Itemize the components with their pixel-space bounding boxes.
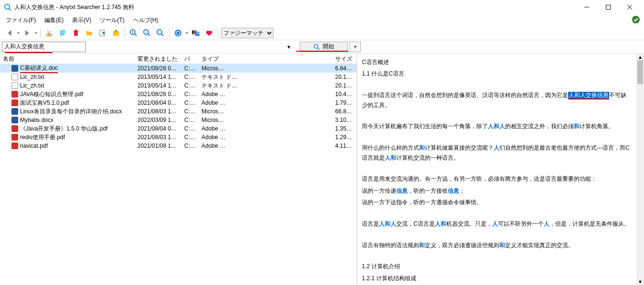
search-dropdown-icon[interactable]: ▾ (287, 44, 290, 50)
doc-file-icon (11, 65, 18, 72)
table-row[interactable]: 面试宝典V5.1.0.pdf2021/08/04 09:5…C:¥…Adobe … (0, 99, 357, 107)
table-row[interactable]: navicat.pdf2021/01/08 18:0…C:¥…Adobe …4.… (0, 142, 357, 150)
separator (218, 28, 218, 38)
menu-edit[interactable]: 編集(E) (41, 15, 67, 25)
svg-rect-3 (606, 5, 610, 10)
scrollbar-thumb[interactable] (637, 60, 643, 84)
cell-modified: 2021/08/04 09:3… (135, 125, 181, 132)
svg-rect-14 (62, 30, 65, 34)
table-row[interactable]: C基础讲义.doc2021/08/28 00:4…C:¥…Micros…6.84… (0, 64, 357, 73)
cell-type: Micros… (199, 108, 332, 115)
cell-name: Lic_zh.txt (0, 82, 135, 89)
svg-rect-16 (74, 31, 78, 32)
column-header-size[interactable]: サイズ (332, 54, 357, 64)
open-folder-button[interactable] (84, 27, 95, 39)
column-header-type[interactable]: タイプ (199, 54, 332, 64)
match-mode-select[interactable]: ファジーマッチ (221, 28, 274, 38)
cell-name: JAVA核心知识点整理.pdf (0, 90, 135, 99)
cell-modified: 2021/08/03 18:0… (135, 108, 181, 115)
menu-tools[interactable]: ツール(T) (96, 15, 128, 25)
scroll-up-icon[interactable]: ▴ (636, 54, 644, 60)
add-tab-button[interactable]: + (349, 42, 361, 52)
cell-size: 10.42 MB (332, 91, 357, 98)
column-header-name[interactable]: 名前 (0, 54, 135, 64)
svg-line-30 (161, 34, 163, 36)
cell-modified: 2013/05/14 10:1… (135, 74, 181, 80)
svg-point-0 (5, 4, 10, 9)
status-check-icon (632, 15, 640, 25)
file-name-label: Mybatis.docx (20, 117, 53, 123)
cell-modified: 2021/08/03 18:0… (135, 134, 181, 141)
pdf-file-icon (11, 142, 18, 149)
zoom-in-button[interactable] (128, 27, 139, 39)
preview-scrollbar[interactable]: ▴ ▾ (636, 54, 644, 285)
maximize-button[interactable] (597, 0, 619, 14)
cell-size: 1.29 MB (332, 134, 357, 141)
scroll-down-icon[interactable]: ▾ (636, 278, 644, 285)
cell-name: 面试宝典V5.1.0.pdf (0, 99, 135, 107)
highlight-match: 人和人交换信息 (568, 92, 609, 99)
title-bar: 人和人交换信息 - Anytxt Searcher 1.2.745 無料 (0, 0, 644, 14)
column-header-path[interactable]: パス (181, 54, 199, 64)
table-row[interactable]: 《Java开发手册》1.5.0 华山版.pdf2021/08/04 09:3…C… (0, 124, 357, 133)
separator (169, 28, 169, 38)
preview-paragraph: 一提到语言这个词语，自然会想到的是像英语、汉语等这样的自然语言，因为它是人和人交… (362, 90, 632, 110)
translate-button[interactable]: 文A (190, 27, 201, 39)
svg-line-1 (9, 9, 11, 11)
preview-pane: C语言概述 1.1 什么是C语言 一提到语言这个词语，自然会想到的是像英语、汉语… (357, 54, 644, 285)
cell-type: テキスト ド… (199, 82, 332, 90)
zoom-reset-button[interactable] (155, 27, 166, 39)
window-title: 人和人交换信息 - Anytxt Searcher 1.2.745 無料 (14, 3, 576, 11)
preview-paragraph: 语言是人和人交流，C语言是人和机器交流。只是，人可以不听另外一个人，但是，计算机… (362, 219, 632, 229)
cell-size: 1.35 MB (332, 125, 357, 132)
cell-modified: 2021/08/28 00:4… (135, 91, 181, 98)
nav-back-dropdown[interactable]: ▾ (17, 30, 20, 35)
table-row[interactable]: JAVA核心知识点整理.pdf2021/08/28 00:4…C:¥…Adobe… (0, 90, 357, 99)
svg-line-27 (148, 34, 150, 36)
settings-button[interactable] (110, 27, 122, 39)
svg-marker-7 (8, 30, 11, 36)
zoom-out-button[interactable] (141, 27, 153, 39)
refresh-dropdown[interactable]: ▾ (186, 30, 188, 35)
search-input[interactable] (2, 42, 86, 52)
preview-paragraph: 而今天计算机遍布了我们生活的每一个角落，除了人和人的相互交流之外，我们必须和计算… (362, 121, 632, 131)
preview-heading: 1.2.1 计算机结构组成 (362, 274, 632, 283)
cut-button[interactable] (43, 27, 55, 39)
preview-paragraph: 说的一方下达指令，听的一方遵循命令做事情。 (362, 197, 632, 207)
cell-modified: 2021/08/04 09:5… (135, 99, 181, 106)
table-row[interactable]: Linux各目录及每个目录的详细介绍.docx2021/08/03 18:0…C… (0, 107, 357, 116)
preview-heading: 1.2 计算机介绍 (362, 262, 632, 271)
delete-button[interactable] (70, 27, 82, 39)
nav-forward-button[interactable] (21, 27, 33, 39)
svg-point-10 (50, 33, 52, 36)
svg-text:A: A (196, 30, 200, 36)
favorite-button[interactable] (203, 27, 215, 39)
cell-size: 20.17 KB (332, 82, 357, 89)
close-button[interactable] (619, 0, 640, 14)
cell-name: redis使用手册.pdf (0, 133, 135, 142)
plus-icon: + (353, 44, 357, 50)
menu-view[interactable]: 表示(V) (68, 15, 95, 25)
table-row[interactable]: Lic_zh.txt2013/05/14 10:1…C:¥…テキスト ド…20.… (0, 73, 357, 81)
table-row[interactable]: redis使用手册.pdf2021/08/03 18:0…C:¥…Adobe …… (0, 133, 357, 142)
svg-point-29 (157, 30, 162, 34)
preview-content: C语言概述 1.1 什么是C语言 一提到语言这个词语，自然会想到的是像英语、汉语… (362, 57, 639, 285)
file-name-label: 面试宝典V5.1.0.pdf (20, 99, 69, 107)
menu-help[interactable]: ヘルプ(H) (129, 15, 162, 25)
table-row[interactable]: Mybatis.docx2022/03/09 16:0…C:¥…Micros…3… (0, 116, 357, 124)
menu-file[interactable]: ファイル(F) (2, 15, 40, 25)
nav-forward-dropdown[interactable]: ▾ (35, 30, 37, 35)
refresh-button[interactable] (172, 27, 184, 39)
table-row[interactable]: Lic_zh.txt2013/05/14 17:3…C:¥…テキスト ド…20.… (0, 81, 357, 90)
cell-type: Adobe … (199, 91, 332, 98)
nav-back-button[interactable] (4, 27, 15, 39)
copy-button[interactable] (57, 27, 68, 39)
app-icon (4, 3, 11, 11)
minimize-button[interactable] (576, 0, 597, 14)
preview-paragraph: 说的一方传递信息，听的一方接收信息； (362, 186, 632, 196)
file-name-label: Lic_zh.txt (20, 74, 44, 80)
cell-name: 《Java开发手册》1.5.0 华山版.pdf (0, 125, 135, 133)
export-button[interactable] (97, 27, 108, 39)
column-header-modified[interactable]: 変更されました (135, 54, 181, 64)
file-name-label: JAVA核心知识点整理.pdf (20, 90, 83, 99)
